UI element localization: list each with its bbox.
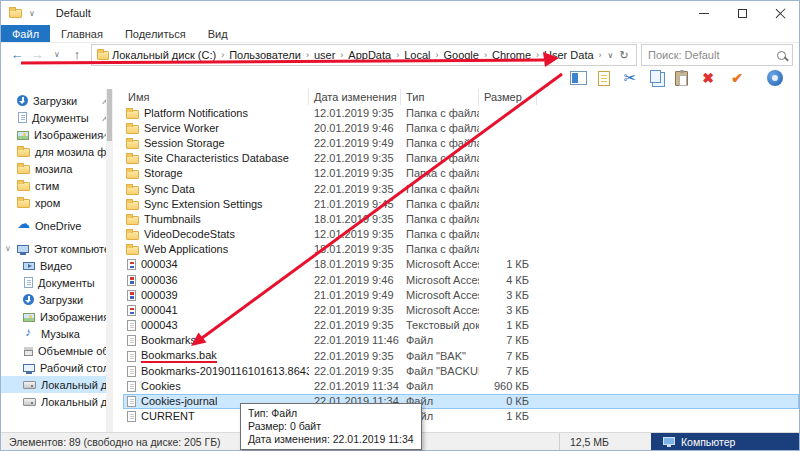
file-row[interactable]: Service Worker20.01.2019 9:46Папка с фай… xyxy=(123,120,799,135)
file-row[interactable]: Site Characteristics Database22.01.2019 … xyxy=(123,151,799,166)
file-name: Cookies-journal xyxy=(141,395,217,407)
navigation-buttons: ←→∨↑ xyxy=(7,45,87,65)
close-button[interactable] xyxy=(761,1,799,25)
status-selected-size: 12,5 МБ xyxy=(559,433,651,450)
file-row[interactable]: CURRENT22.01.2019 9:35Файл1 КБ xyxy=(123,409,799,424)
breadcrumb-segment[interactable]: User Data xyxy=(541,49,597,61)
column-header-type[interactable]: Тип xyxy=(401,89,479,105)
file-row[interactable]: 00003418.01.2019 9:35Microsoft Access ..… xyxy=(123,257,799,272)
file-name: 000036 xyxy=(141,274,178,286)
file-row[interactable]: VideoDecodeStats12.01.2019 9:35Папка с ф… xyxy=(123,227,799,242)
sidebar-scrollbar[interactable] xyxy=(106,89,113,432)
chevron-down-icon[interactable]: ∨ xyxy=(5,244,11,253)
breadcrumb-segment[interactable]: Google xyxy=(440,49,481,61)
sidebar-item-рабочий-стол[interactable]: Рабочий стол xyxy=(1,359,113,376)
address-bar[interactable]: Локальный диск (C:)›Пользователи›user›Ap… xyxy=(91,44,637,66)
tab-share[interactable]: Поделиться xyxy=(114,25,197,42)
sidebar-item-мозила[interactable]: мозила xyxy=(1,160,113,177)
file-row[interactable]: Bookmarks.bak22.01.2019 9:35Файл "BAK"7 … xyxy=(123,348,799,363)
breadcrumb-segment[interactable]: user xyxy=(311,49,338,61)
content-area: ЗагрузкиДокументыИзображениядля мозила ф… xyxy=(1,89,799,432)
chevron-right-icon: › xyxy=(482,50,489,60)
sidebar-item-документы[interactable]: Документы xyxy=(1,274,113,291)
disk-icon xyxy=(23,398,36,406)
sidebar-item-локальный-дис[interactable]: Локальный дис... xyxy=(1,376,113,393)
breadcrumb-segment[interactable]: Пользователи xyxy=(226,49,304,61)
file-date: 22.01.2019 9:46 xyxy=(309,274,401,286)
column-header-name[interactable]: Имя xyxy=(123,89,309,105)
search-input[interactable] xyxy=(648,49,773,61)
scrollbar-thumb[interactable] xyxy=(107,89,112,141)
paste-icon[interactable] xyxy=(675,71,688,86)
quick-access-toolbar-chevron-icon[interactable]: ∨ xyxy=(29,9,35,18)
maximize-button[interactable] xyxy=(723,1,761,25)
file-row[interactable]: 00004322.01.2019 9:35Текстовый докум...1… xyxy=(123,318,799,333)
window-title: Default xyxy=(56,7,91,19)
file-row[interactable]: Bookmarks22.01.2019 11:46Файл7 КБ xyxy=(123,333,799,348)
file-row[interactable]: Sync Extension Settings21.01.2019 9:45Па… xyxy=(123,196,799,211)
file-date: 21.01.2019 9:49 xyxy=(309,289,401,301)
window-folder-icon xyxy=(9,9,22,18)
file-rows: Platform Notifications12.01.2019 9:35Пап… xyxy=(123,105,799,424)
breadcrumb-segment[interactable]: AppData xyxy=(345,49,394,61)
forward-button[interactable]: → xyxy=(27,45,47,65)
sidebar-item-label: Загрузки xyxy=(39,294,83,306)
apply-icon[interactable]: ✔ xyxy=(728,69,746,87)
minimize-button[interactable] xyxy=(685,1,723,25)
file-row[interactable]: Cookies-journal22.01.2019 11:34Файл0 КБ xyxy=(123,394,799,409)
copy-page-icon[interactable] xyxy=(598,71,610,86)
file-row[interactable]: 00003921.01.2019 9:49Microsoft Access ..… xyxy=(123,287,799,302)
sidebar-item-музыка[interactable]: Музыка xyxy=(1,325,113,342)
tab-view[interactable]: Вид xyxy=(197,25,239,42)
up-button[interactable]: ↑ xyxy=(67,45,87,65)
folder-icon xyxy=(17,148,30,157)
breadcrumb-segment[interactable]: Локальный диск (C:) xyxy=(109,49,219,61)
file-date: 12.01.2019 9:35 xyxy=(309,228,401,240)
file-row[interactable]: Bookmarks-20190116101613.864308.back...2… xyxy=(123,363,799,378)
sidebar-item-onedrive[interactable]: OneDrive xyxy=(1,217,113,234)
file-row[interactable]: Session Storage22.01.2019 9:49Папка с фа… xyxy=(123,135,799,150)
delete-icon[interactable]: ✖ xyxy=(699,69,717,87)
database-file-icon xyxy=(127,290,136,301)
address-dropdown-chevron-icon[interactable]: ∨ xyxy=(604,51,618,60)
sidebar-item-для-мозила-фае[interactable]: для мозила фае xyxy=(1,143,113,160)
file-row[interactable]: 00003622.01.2019 9:46Microsoft Access ..… xyxy=(123,272,799,287)
column-header-size[interactable]: Размер xyxy=(479,89,537,105)
sidebar-item-загрузки[interactable]: Загрузки xyxy=(1,291,113,308)
sidebar-item-хром[interactable]: хром xyxy=(1,194,113,211)
search-icon[interactable] xyxy=(777,51,786,60)
file-row[interactable]: Sync Data22.01.2019 9:35Папка с файлами xyxy=(123,181,799,196)
file-date: 20.01.2019 9:46 xyxy=(309,122,401,134)
tab-home[interactable]: Главная xyxy=(50,25,114,42)
column-header-date[interactable]: Дата изменения xyxy=(309,89,401,105)
sidebar-item-стим[interactable]: стим xyxy=(1,177,113,194)
preview-pane-icon[interactable] xyxy=(570,71,587,85)
file-name: VideoDecodeStats xyxy=(144,228,235,240)
file-row[interactable]: Platform Notifications12.01.2019 9:35Пап… xyxy=(123,105,799,120)
breadcrumb-segment[interactable]: Chrome xyxy=(489,49,534,61)
sidebar-item-документы[interactable]: Документы xyxy=(1,109,113,126)
file-row[interactable]: Thumbnails18.01.2019 9:35Папка с файлами xyxy=(123,211,799,226)
sidebar-item-изображения[interactable]: Изображения xyxy=(1,308,113,325)
help-icon[interactable] xyxy=(767,70,783,86)
sidebar-item-видео[interactable]: Видео xyxy=(1,257,113,274)
folder-icon xyxy=(126,216,139,225)
file-row[interactable]: Web Applications18.01.2019 9:35Папка с ф… xyxy=(123,242,799,257)
tab-file[interactable]: Файл xyxy=(1,25,50,42)
sidebar-item-локальный-дис[interactable]: Локальный дис... xyxy=(1,393,113,410)
file-date: 22.01.2019 9:35 xyxy=(309,319,401,331)
sidebar-item-этот-компьютер[interactable]: ∨Этот компьютер xyxy=(1,240,113,257)
sidebar-item-загрузки[interactable]: Загрузки xyxy=(1,92,113,109)
recent-button[interactable]: ∨ xyxy=(47,45,67,65)
back-button[interactable]: ← xyxy=(7,45,27,65)
picture-icon xyxy=(23,313,35,322)
file-row[interactable]: Storage12.01.2019 9:35Папка с файлами xyxy=(123,166,799,181)
breadcrumb-segment[interactable]: Local xyxy=(401,49,433,61)
file-row[interactable]: 00004122.01.2019 9:35Microsoft Access ..… xyxy=(123,302,799,317)
copy-icon[interactable] xyxy=(650,70,661,83)
sidebar-item-объемные-объ[interactable]: Объемные объ... xyxy=(1,342,113,359)
refresh-icon[interactable]: ↻ xyxy=(617,49,631,62)
sidebar-item-изображения[interactable]: Изображения xyxy=(1,126,113,143)
file-row[interactable]: Cookies22.01.2019 11:34Файл960 КБ xyxy=(123,378,799,393)
cut-icon[interactable]: ✂ xyxy=(621,69,639,87)
